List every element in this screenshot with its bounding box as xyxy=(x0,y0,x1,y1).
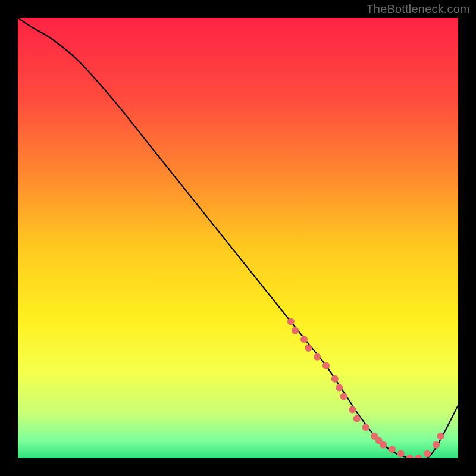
marker-dot xyxy=(362,424,369,431)
marker-dot xyxy=(424,450,431,458)
chart-svg xyxy=(0,0,476,476)
marker-dot xyxy=(340,393,347,400)
marker-dot xyxy=(397,450,405,458)
chart-root: TheBottleneck.com xyxy=(0,0,476,476)
marker-dot xyxy=(305,345,312,352)
marker-dot xyxy=(353,415,361,422)
marker-dot xyxy=(380,441,387,449)
watermark-label: TheBottleneck.com xyxy=(366,2,470,16)
marker-dot xyxy=(331,375,339,383)
marker-dot xyxy=(300,336,308,343)
marker-dot xyxy=(349,406,356,414)
marker-dot xyxy=(322,362,330,369)
marker-dot xyxy=(314,353,321,361)
marker-dot xyxy=(437,433,444,440)
marker-dot xyxy=(336,384,343,392)
marker-dot xyxy=(287,318,295,325)
marker-dot xyxy=(389,446,396,453)
marker-dot xyxy=(433,441,440,449)
plot-background xyxy=(18,18,458,458)
marker-dot xyxy=(292,327,299,334)
